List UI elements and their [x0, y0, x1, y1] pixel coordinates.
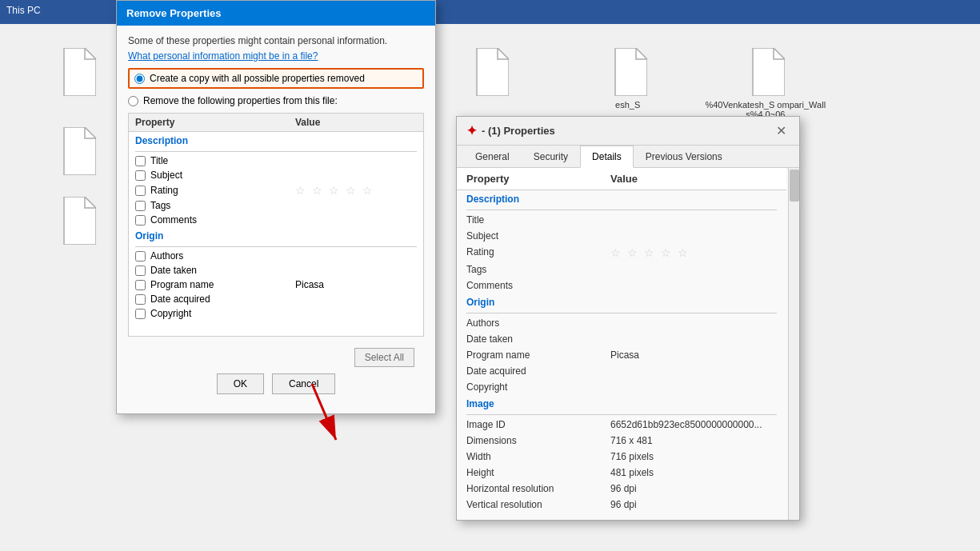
- cancel-button[interactable]: Cancel: [272, 373, 335, 394]
- tab-security[interactable]: Security: [522, 146, 580, 168]
- scrollbar-track[interactable]: [788, 168, 799, 520]
- prop-row-date-acquired: Date acquired: [129, 292, 423, 306]
- props-row-height: Height 481 pixels: [457, 465, 786, 481]
- props-row-date-taken: Date taken: [457, 331, 786, 347]
- checkbox-rating[interactable]: [135, 186, 146, 196]
- props-row-h-res: Horizontal resolution 96 dpi: [457, 481, 786, 497]
- prop-row-authors: Authors: [129, 249, 423, 263]
- remove-props-body: Some of these properties might contain p…: [117, 26, 435, 413]
- personal-info-link[interactable]: What personal information might be in a …: [128, 50, 318, 62]
- col-value: Value: [295, 117, 417, 128]
- props-row-tags: Tags: [457, 262, 786, 277]
- props-scrollable[interactable]: Property Value Description Title Subject…: [457, 168, 788, 520]
- radio-copy-label: Create a copy with all possible properti…: [150, 73, 365, 84]
- checkbox-program-name[interactable]: [135, 280, 146, 290]
- prop-row-date-taken: Date taken: [129, 263, 423, 277]
- ok-button[interactable]: OK: [217, 373, 264, 394]
- checkbox-tags[interactable]: [135, 201, 146, 211]
- remove-props-titlebar: Remove Properties: [117, 1, 435, 26]
- props-row-rating: Rating ☆ ☆ ☆ ☆ ☆: [457, 244, 786, 262]
- this-pc-label: This PC: [6, 5, 41, 16]
- file-icon[interactable]: esh_S: [567, 48, 689, 119]
- checkbox-subject[interactable]: [135, 170, 146, 181]
- properties-dialog: ✦ - (1) Properties ✕ General Security De…: [456, 116, 800, 521]
- remove-props-title: Remove Properties: [126, 7, 222, 19]
- tab-previous-versions[interactable]: Previous Versions: [634, 146, 734, 168]
- prop-row-title: Title: [129, 154, 423, 168]
- props-origin-header: Origin: [457, 293, 786, 311]
- prop-row-rating: Rating ☆ ☆ ☆ ☆ ☆: [129, 182, 423, 198]
- radio-remove-label: Remove the following properties from thi…: [143, 95, 338, 106]
- image-divider: [466, 414, 777, 415]
- file-icon[interactable]: %40Venkatesh_S ompari_Walls%4 0~06: [705, 48, 826, 119]
- file-icon[interactable]: [429, 48, 550, 119]
- prop-row-copyright: Copyright: [129, 306, 423, 321]
- props-row-comments: Comments: [457, 277, 786, 293]
- properties-icon: ✦: [466, 123, 477, 138]
- remove-properties-dialog: Remove Properties Some of these properti…: [116, 0, 436, 414]
- desc-divider: [466, 210, 777, 210]
- radio-remove-option[interactable]: Remove the following properties from thi…: [128, 95, 424, 106]
- tabs-bar: General Security Details Previous Versio…: [457, 146, 799, 168]
- col-property: Property: [135, 117, 295, 128]
- props-row-dimensions: Dimensions 716 x 481: [457, 433, 786, 449]
- props-col-property: Property: [466, 173, 610, 185]
- props-content-wrapper: Property Value Description Title Subject…: [457, 168, 799, 520]
- checkbox-copyright[interactable]: [135, 309, 146, 319]
- file-label: esh_S: [615, 100, 640, 110]
- checkbox-date-acquired[interactable]: [135, 294, 146, 305]
- props-row-v-res: Vertical resolution 96 dpi: [457, 497, 786, 513]
- props-row-image-id: Image ID 6652d61bb923ec8500000000000...: [457, 417, 786, 433]
- radio-copy-input[interactable]: [134, 74, 145, 84]
- tab-general[interactable]: General: [463, 146, 522, 168]
- props-row-program-name: Program name Picasa: [457, 347, 786, 363]
- origin-section-label: Origin: [129, 227, 423, 245]
- props-col-value: Value: [610, 173, 777, 185]
- radio-remove-input[interactable]: [128, 96, 138, 106]
- select-all-button[interactable]: Select All: [354, 348, 414, 367]
- prop-row-program-name: Program name Picasa: [129, 277, 423, 292]
- description-section-label: Description: [129, 132, 423, 150]
- remove-props-info: Some of these properties might contain p…: [128, 35, 424, 46]
- props-row-title: Title: [457, 212, 786, 228]
- props-row-width: Width 716 pixels: [457, 449, 786, 465]
- prop-row-tags: Tags: [129, 198, 423, 213]
- checkbox-comments[interactable]: [135, 215, 146, 226]
- dialog-footer: Select All: [128, 341, 424, 373]
- scrollbar-thumb[interactable]: [790, 170, 799, 202]
- checkbox-date-taken[interactable]: [135, 266, 146, 276]
- props-dialog-title: - (1) Properties: [482, 125, 555, 137]
- radio-copy-option[interactable]: Create a copy with all possible properti…: [128, 68, 424, 89]
- close-button[interactable]: ✕: [773, 123, 790, 138]
- props-row-copyright: Copyright: [457, 379, 786, 395]
- checkbox-title[interactable]: [135, 156, 146, 166]
- props-dialog-titlebar: ✦ - (1) Properties ✕: [457, 117, 799, 146]
- props-table-container: Property Value Description Title Subject…: [128, 113, 424, 337]
- props-description-header: Description: [457, 190, 786, 208]
- tab-details[interactable]: Details: [580, 146, 634, 168]
- props-image-header: Image: [457, 395, 786, 413]
- props-inner-header: Property Value: [457, 168, 786, 190]
- props-row-authors: Authors: [457, 315, 786, 331]
- props-row-date-acquired: Date acquired: [457, 363, 786, 379]
- props-table-header: Property Value: [129, 114, 423, 132]
- prop-row-subject: Subject: [129, 168, 423, 182]
- origin-divider: [466, 313, 777, 313]
- checkbox-authors[interactable]: [135, 251, 146, 262]
- prop-row-comments: Comments: [129, 213, 423, 227]
- props-row-subject: Subject: [457, 228, 786, 244]
